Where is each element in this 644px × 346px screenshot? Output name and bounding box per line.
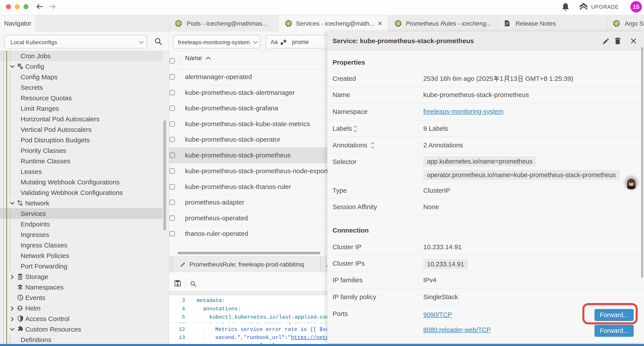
svg-text:HELM: HELM xyxy=(18,308,22,310)
